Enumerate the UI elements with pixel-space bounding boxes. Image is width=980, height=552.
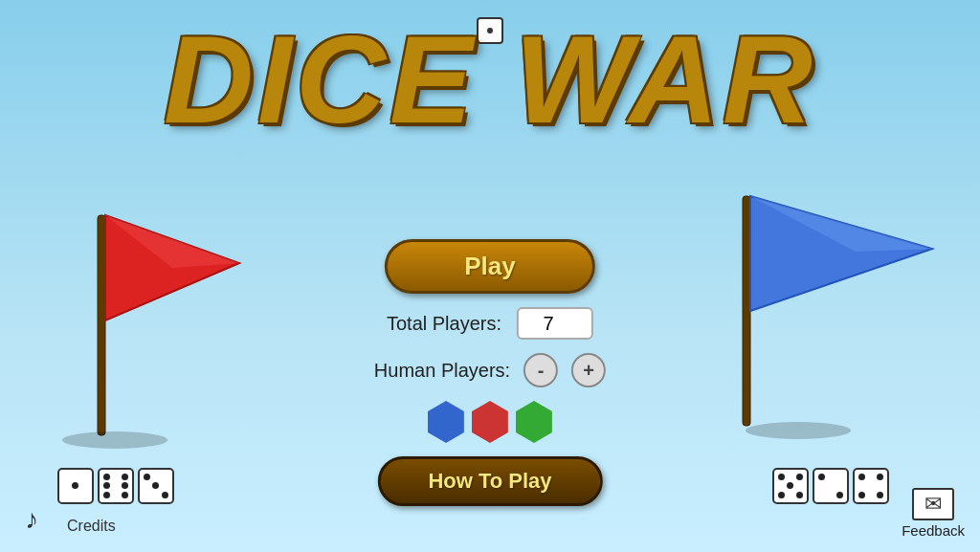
play-button[interactable]: Play: [385, 239, 595, 294]
die-3: [138, 468, 174, 504]
mail-icon: [912, 488, 954, 520]
svg-marker-5: [750, 196, 932, 311]
total-players-select[interactable]: 2 3 4 5 6 7 8: [517, 307, 593, 340]
center-controls: Play Total Players: 2 3 4 5 6 7 8 Human …: [374, 239, 606, 506]
color-dots-row: [428, 401, 552, 443]
die-6: [853, 468, 889, 504]
total-players-label: Total Players:: [387, 313, 501, 335]
minus-button[interactable]: -: [523, 353, 558, 387]
game-title: DICE WAR: [164, 17, 816, 142]
music-note-icon[interactable]: ♪: [25, 504, 38, 535]
plus-button[interactable]: +: [571, 353, 606, 387]
dice-left-group: [57, 468, 174, 504]
svg-rect-0: [98, 215, 105, 435]
die-4: [772, 468, 809, 504]
human-players-label: Human Players:: [374, 360, 510, 382]
how-to-play-button[interactable]: How To Play: [377, 456, 602, 506]
svg-rect-4: [743, 196, 750, 426]
credits-label[interactable]: Credits: [67, 518, 116, 535]
feedback-container[interactable]: Feedback: [902, 488, 965, 539]
color-blue[interactable]: [428, 401, 464, 443]
title-container: DICE WAR: [0, 0, 980, 142]
blue-flag: [702, 177, 961, 445]
die-5: [813, 468, 849, 504]
svg-point-7: [746, 422, 851, 439]
svg-point-3: [62, 431, 167, 449]
die-2: [98, 468, 134, 504]
red-flag: [29, 187, 258, 454]
die-1: [57, 468, 94, 504]
color-red[interactable]: [472, 401, 508, 443]
dice-right-group: [772, 468, 889, 504]
feedback-label: Feedback: [902, 522, 965, 539]
color-green[interactable]: [516, 401, 552, 443]
total-players-row: Total Players: 2 3 4 5 6 7 8: [387, 307, 593, 340]
human-players-row: Human Players: - +: [374, 353, 606, 387]
